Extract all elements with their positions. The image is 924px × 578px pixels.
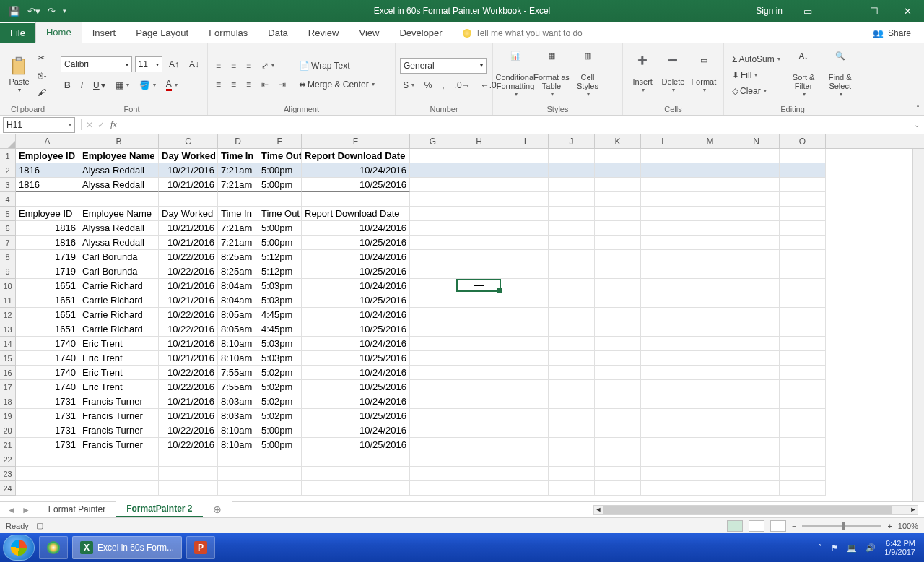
cell[interactable]: 5:03pm: [258, 351, 302, 366]
cell[interactable]: 1731: [16, 438, 79, 452]
cell[interactable]: [780, 264, 826, 279]
cell[interactable]: 5:00pm: [258, 438, 302, 452]
cell[interactable]: [733, 308, 780, 322]
tab-insert[interactable]: Insert: [82, 23, 126, 43]
cell[interactable]: [549, 423, 595, 438]
cell[interactable]: 7:21am: [218, 221, 258, 236]
cell[interactable]: 1816: [16, 163, 79, 178]
cell[interactable]: [733, 438, 780, 452]
cell[interactable]: [549, 293, 595, 308]
cell[interactable]: [687, 221, 733, 236]
cell[interactable]: [502, 322, 549, 337]
cell[interactable]: Alyssa Reddall: [79, 236, 159, 250]
cell[interactable]: Time In: [218, 149, 258, 163]
cell[interactable]: [502, 178, 549, 192]
cell[interactable]: 5:12pm: [258, 264, 302, 279]
cell[interactable]: [410, 322, 456, 337]
cell[interactable]: 5:00pm: [258, 221, 302, 236]
font-size-select[interactable]: 11▾: [135, 56, 162, 72]
undo-icon[interactable]: ↶▾: [27, 6, 40, 17]
cell[interactable]: [79, 452, 159, 467]
cell[interactable]: [595, 409, 641, 423]
cell[interactable]: 10/24/2016: [302, 308, 410, 322]
cell[interactable]: 10/25/2016: [302, 178, 410, 192]
cell[interactable]: [502, 467, 549, 481]
cell[interactable]: 8:05am: [218, 322, 258, 337]
cell[interactable]: [302, 192, 410, 207]
cell[interactable]: [218, 481, 258, 496]
cell[interactable]: 5:02pm: [258, 366, 302, 380]
cell[interactable]: [641, 221, 687, 236]
row-header[interactable]: 17: [0, 380, 15, 394]
cell[interactable]: 1651: [16, 308, 79, 322]
format-cells-button[interactable]: ▭Format: [689, 50, 719, 100]
cell[interactable]: 10/24/2016: [302, 366, 410, 380]
cell[interactable]: [780, 366, 826, 380]
row-header[interactable]: 5: [0, 207, 15, 221]
cell[interactable]: [159, 452, 218, 467]
row-header[interactable]: 15: [0, 351, 15, 366]
cell[interactable]: 10/25/2016: [302, 236, 410, 250]
col-header[interactable]: A: [16, 134, 79, 148]
cell[interactable]: [502, 279, 549, 293]
cell[interactable]: [641, 178, 687, 192]
cell[interactable]: 5:03pm: [258, 279, 302, 293]
taskbar-powerpoint[interactable]: P: [186, 536, 215, 559]
view-normal-button[interactable]: [727, 520, 743, 532]
cell[interactable]: [410, 380, 456, 394]
sheet-tab-2[interactable]: FormatPainter 2: [116, 501, 203, 517]
insert-cells-button[interactable]: ➕Insert: [627, 50, 658, 100]
cell[interactable]: 8:25am: [218, 264, 258, 279]
cell[interactable]: Alyssa Reddall: [79, 178, 159, 192]
cell[interactable]: Time Out: [258, 149, 302, 163]
cell[interactable]: [456, 293, 502, 308]
cell[interactable]: 10/24/2016: [302, 423, 410, 438]
cell[interactable]: [780, 149, 826, 163]
cell[interactable]: [595, 192, 641, 207]
cell[interactable]: [549, 207, 595, 221]
cell[interactable]: 10/25/2016: [302, 438, 410, 452]
row-header[interactable]: 2: [0, 163, 15, 178]
formula-input[interactable]: [123, 117, 910, 133]
cell[interactable]: 10/22/2016: [159, 308, 218, 322]
cell[interactable]: [595, 293, 641, 308]
cell[interactable]: 8:05am: [218, 308, 258, 322]
select-all-corner[interactable]: [0, 134, 16, 149]
cell[interactable]: [410, 423, 456, 438]
cell[interactable]: 10/25/2016: [302, 409, 410, 423]
paste-button[interactable]: Paste▾: [4, 50, 34, 100]
find-select-button[interactable]: 🔍Find & Select: [823, 50, 857, 100]
horizontal-scrollbar[interactable]: ◄►: [593, 505, 918, 515]
cell[interactable]: 5:02pm: [258, 409, 302, 423]
align-right-button[interactable]: ≡: [243, 77, 255, 92]
taskbar-excel[interactable]: XExcel in 60s Form...: [72, 536, 182, 559]
conditional-formatting-button[interactable]: 📊Conditional Formatting: [497, 50, 533, 100]
cell[interactable]: [549, 438, 595, 452]
cell[interactable]: [780, 423, 826, 438]
cell[interactable]: [410, 163, 456, 178]
cell[interactable]: [687, 149, 733, 163]
cell[interactable]: 10/22/2016: [159, 264, 218, 279]
cell[interactable]: [595, 467, 641, 481]
cell[interactable]: [502, 149, 549, 163]
percent-button[interactable]: %: [421, 78, 436, 92]
cell[interactable]: [641, 207, 687, 221]
cell[interactable]: [687, 467, 733, 481]
cell[interactable]: [456, 366, 502, 380]
cell[interactable]: 5:00pm: [258, 178, 302, 192]
cell[interactable]: [549, 308, 595, 322]
row-header[interactable]: 6: [0, 221, 15, 236]
fill-color-button[interactable]: 🪣: [136, 78, 160, 92]
cell[interactable]: [549, 337, 595, 351]
cell[interactable]: [456, 380, 502, 394]
cell[interactable]: [410, 351, 456, 366]
cell[interactable]: 10/25/2016: [302, 293, 410, 308]
cell[interactable]: [641, 322, 687, 337]
cell[interactable]: [16, 452, 79, 467]
cell[interactable]: Eric Trent: [79, 380, 159, 394]
cell[interactable]: [687, 236, 733, 250]
cell[interactable]: 1651: [16, 293, 79, 308]
cell[interactable]: [733, 207, 780, 221]
col-header[interactable]: K: [595, 134, 641, 148]
tray-volume-icon[interactable]: 🔊: [866, 543, 876, 553]
